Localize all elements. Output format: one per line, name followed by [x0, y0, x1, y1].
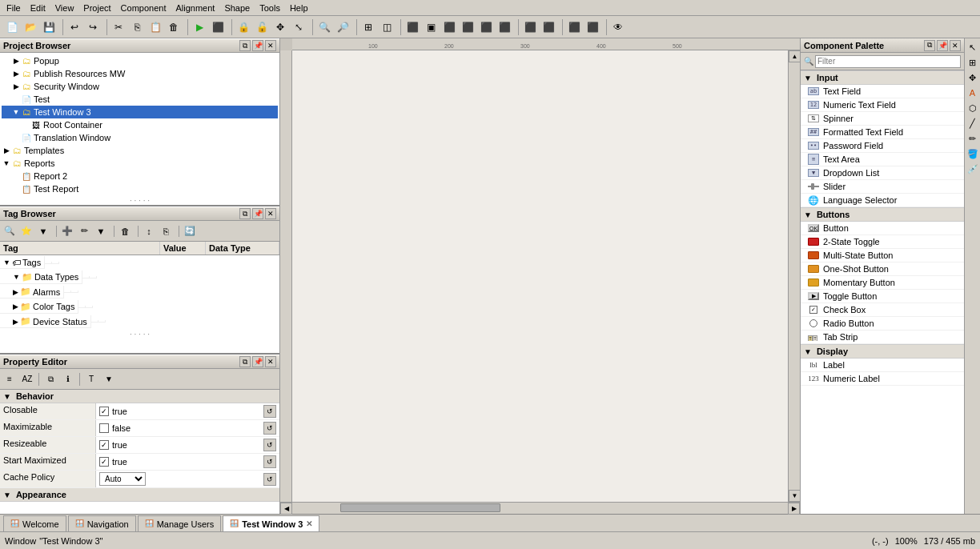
- expand-datatypes[interactable]: ▼: [13, 273, 20, 281]
- tag-row-tags[interactable]: ▼🏷 Tags: [0, 255, 159, 270]
- menu-project[interactable]: Project: [78, 2, 115, 14]
- canvas-area[interactable]: [292, 50, 788, 502]
- toolbar-copy[interactable]: ⎘: [128, 18, 146, 36]
- toolbar-resize[interactable]: ⤡: [290, 18, 307, 36]
- tag-browser-pin[interactable]: 📌: [252, 208, 263, 219]
- scroll-right-btn[interactable]: ▶: [788, 503, 800, 515]
- expand-templates[interactable]: ▶: [2, 146, 11, 154]
- toolbar-align-middle[interactable]: ⬛: [477, 18, 495, 36]
- collapse-behavior[interactable]: ▼: [3, 392, 11, 401]
- expand-publish[interactable]: ▶: [11, 70, 21, 78]
- menu-help[interactable]: Help: [285, 2, 313, 14]
- tree-item-publish[interactable]: ▶ 🗂 Publish Resources MW: [2, 67, 278, 80]
- toolbar-run[interactable]: ▶: [191, 18, 208, 36]
- palette-item-passwordfield[interactable]: •• Password Field: [801, 139, 964, 153]
- checkbox-resizeable[interactable]: ✓: [99, 440, 109, 450]
- toolbar-zoom-out[interactable]: 🔍: [315, 18, 333, 36]
- prop-refresh-startmax[interactable]: ↺: [263, 455, 276, 468]
- palette-item-languageselector[interactable]: 🌐 Language Selector: [801, 194, 964, 207]
- toolbar-save[interactable]: 💾: [40, 18, 58, 36]
- tag-btn-2[interactable]: ⭐: [18, 224, 34, 238]
- sidebar-bucket-icon[interactable]: 🪣: [966, 146, 980, 161]
- palette-item-2statetoggle[interactable]: 2-State Toggle: [801, 235, 964, 249]
- property-editor-close[interactable]: ✕: [265, 356, 276, 367]
- toolbar-move[interactable]: ✥: [271, 18, 289, 36]
- prop-value-closable[interactable]: ✓ true ↺: [96, 403, 279, 419]
- toolbar-align-bottom[interactable]: ⬛: [496, 18, 513, 36]
- tab-welcome[interactable]: 🪟 Welcome: [3, 515, 66, 531]
- toolbar-align-center[interactable]: ▣: [422, 18, 440, 36]
- tree-item-report2[interactable]: ▶ 📋 Report 2: [2, 170, 278, 182]
- collapse-appearance[interactable]: ▼: [3, 491, 11, 499]
- menu-file[interactable]: File: [2, 2, 26, 14]
- toolbar-align-top[interactable]: ⬛: [459, 18, 476, 36]
- palette-pin[interactable]: 📌: [937, 40, 948, 51]
- toolbar-preview[interactable]: 👁: [609, 18, 627, 36]
- toolbar-open[interactable]: 📂: [22, 18, 39, 36]
- tag-btn-delete[interactable]: 🗑: [117, 224, 133, 238]
- prop-refresh-cachepolicy[interactable]: ↺: [263, 473, 276, 486]
- scrollbar-vertical[interactable]: ▲ ▼: [788, 50, 800, 502]
- expand-alarms[interactable]: ▶: [13, 288, 18, 296]
- sidebar-line-icon[interactable]: ╱: [966, 116, 980, 130]
- tag-btn-move[interactable]: ↕: [141, 224, 157, 238]
- property-editor-pin[interactable]: 📌: [252, 356, 263, 367]
- palette-restore[interactable]: ⧉: [924, 40, 935, 51]
- toolbar-lock[interactable]: 🔒: [235, 18, 252, 36]
- expand-tags[interactable]: ▼: [3, 258, 10, 266]
- sidebar-cursor-icon[interactable]: ↖: [966, 40, 980, 54]
- palette-section-input[interactable]: ▼ Input: [801, 70, 964, 85]
- toolbar-snap[interactable]: ◫: [378, 18, 396, 36]
- expand-security[interactable]: ▶: [11, 82, 21, 90]
- sidebar-eyedropper-icon[interactable]: 💉: [966, 162, 980, 176]
- tag-btn-copy[interactable]: ⎘: [158, 224, 174, 238]
- project-browser-pin[interactable]: 📌: [252, 40, 263, 51]
- tree-item-translation[interactable]: ▶ 📄 Translation Window: [2, 131, 278, 144]
- menu-edit[interactable]: Edit: [26, 2, 50, 14]
- collapse-input[interactable]: ▼: [804, 74, 812, 82]
- tag-row-devicestatus[interactable]: ▶📁 Device Status: [0, 315, 159, 330]
- tab-testwindow3[interactable]: 🪟 Test Window 3 ✕: [223, 515, 319, 531]
- prop-btn-info[interactable]: ℹ: [60, 372, 76, 387]
- toolbar-undo[interactable]: ↩: [66, 18, 83, 36]
- prop-btn-filter[interactable]: ⧉: [42, 372, 58, 387]
- palette-item-numerictextfield[interactable]: 12 Numeric Text Field: [801, 98, 964, 112]
- prop-value-maximizable[interactable]: ✓ false ↺: [96, 420, 279, 436]
- tab-manageusers[interactable]: 🪟 Manage Users: [138, 515, 222, 531]
- expand-reports[interactable]: ▼: [2, 159, 11, 167]
- palette-filter-input[interactable]: [815, 55, 961, 68]
- prop-btn-more[interactable]: ▼: [101, 372, 117, 387]
- menu-component[interactable]: Component: [116, 2, 171, 14]
- tag-browser-restore[interactable]: ⧉: [239, 208, 251, 219]
- sidebar-text-icon[interactable]: A: [966, 86, 980, 100]
- toolbar-grid[interactable]: ⊞: [359, 18, 377, 36]
- expand-devicestatus[interactable]: ▶: [13, 318, 18, 326]
- sidebar-move-icon[interactable]: ✥: [966, 70, 980, 85]
- prop-section-appearance[interactable]: ▼ Appearance: [0, 488, 279, 502]
- tag-btn-dropdown2[interactable]: ▼: [93, 224, 109, 238]
- tree-item-security[interactable]: ▶ 🗂 Security Window: [2, 80, 278, 93]
- property-editor-restore[interactable]: ⧉: [239, 356, 251, 367]
- tree-item-test[interactable]: ▶ 📄 Test: [2, 93, 278, 106]
- scroll-left-btn[interactable]: ◀: [280, 503, 292, 515]
- tree-item-testwindow3[interactable]: ▼ 🗂 Test Window 3: [2, 106, 278, 118]
- prop-btn-list[interactable]: ≡: [2, 372, 18, 387]
- sidebar-pen-icon[interactable]: ✏: [966, 131, 980, 146]
- checkbox-closable[interactable]: ✓: [99, 407, 109, 416]
- toolbar-send-back[interactable]: ⬛: [584, 18, 601, 36]
- toolbar-paste[interactable]: 📋: [147, 18, 164, 36]
- expand-testwindow3[interactable]: ▼: [11, 108, 21, 116]
- tag-btn-edit[interactable]: ✏: [76, 224, 92, 238]
- palette-item-multistatebutton[interactable]: Multi-State Button: [801, 249, 964, 262]
- collapse-display[interactable]: ▼: [804, 347, 812, 356]
- tree-item-popup[interactable]: ▶ 🗂 Popup: [2, 54, 278, 67]
- project-browser-restore[interactable]: ⧉: [239, 40, 251, 51]
- prop-value-startmax[interactable]: ✓ true ↺: [96, 454, 279, 470]
- palette-item-dropdown[interactable]: ▼ Dropdown List: [801, 166, 964, 180]
- scroll-up-btn[interactable]: ▲: [789, 50, 801, 62]
- menu-shape[interactable]: Shape: [219, 2, 255, 14]
- tree-item-templates[interactable]: ▶ 🗂 Templates: [2, 144, 278, 157]
- palette-item-momentarybutton[interactable]: Momentary Button: [801, 276, 964, 290]
- palette-item-button[interactable]: OK Button: [801, 222, 964, 235]
- scroll-track-h[interactable]: [292, 503, 788, 514]
